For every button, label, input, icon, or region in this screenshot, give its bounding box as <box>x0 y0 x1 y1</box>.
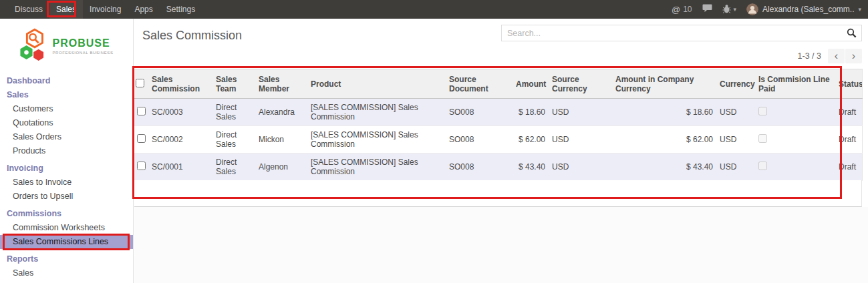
row-select-cell <box>134 99 148 126</box>
sidebar-item-reports-sales[interactable]: Sales <box>0 266 133 280</box>
sidebar-heading-invoicing[interactable]: Invoicing <box>0 162 133 176</box>
cell-sales-member: Algenon <box>255 154 307 181</box>
brand-name: PROBUSE <box>52 37 113 49</box>
pager-buttons: ‹ › <box>828 49 862 63</box>
cell-source-currency: USD <box>549 154 612 181</box>
row-select-checkbox[interactable] <box>137 107 146 115</box>
user-menu[interactable]: Alexandra (Sales_comm.. ▾ <box>746 3 861 15</box>
commission-lines-table: Sales Commission Sales Team Sales Member… <box>134 69 863 181</box>
col-currency[interactable]: Currency <box>716 69 755 99</box>
sidebar-item-quotations[interactable]: Quotations <box>0 116 133 130</box>
col-is-commission-line-paid[interactable]: Is Commision Line Paid <box>755 69 835 99</box>
main-content: Sales Commission 1-3 / 3 ‹ › <box>134 19 868 283</box>
cell-currency: USD <box>716 154 755 181</box>
col-sales-member[interactable]: Sales Member <box>255 69 307 99</box>
col-product[interactable]: Product <box>307 69 446 99</box>
select-all-checkbox[interactable] <box>136 79 144 87</box>
select-all-cell <box>134 69 148 99</box>
cell-source-currency: USD <box>549 99 612 126</box>
company-logo: PROBUSE PROFESSIONAL BUSINESS <box>0 19 133 74</box>
user-name: Alexandra (Sales_comm.. <box>762 5 854 14</box>
row-select-cell <box>134 154 148 181</box>
paid-checkbox <box>758 134 767 143</box>
content-footer-area <box>134 207 868 283</box>
sidebar-item-sales-commissions-lines[interactable]: Sales Commissions Lines <box>0 235 133 249</box>
col-sales-commission[interactable]: Sales Commission <box>148 69 212 99</box>
cell-is-paid <box>755 154 835 181</box>
messages-menu[interactable] <box>702 4 712 15</box>
cell-source-document: SO008 <box>446 126 513 154</box>
chevron-down-icon: ▾ <box>858 6 861 13</box>
cell-sales-commission: SC/0003 <box>148 99 212 126</box>
speech-bubble-icon <box>702 4 712 15</box>
sidebar-item-commission-worksheets[interactable]: Commission Worksheets <box>0 221 133 235</box>
cell-amount-company-currency: $ 62.00 <box>612 126 716 154</box>
cell-amount-company-currency: $ 43.40 <box>612 154 716 181</box>
cell-amount: $ 62.00 <box>513 126 549 154</box>
debug-menu[interactable]: ▾ <box>722 4 737 15</box>
sidebar-item-orders-to-upsell[interactable]: Orders to Upsell <box>0 190 133 204</box>
page-title: Sales Commission <box>142 29 242 43</box>
cell-sales-team: Direct Sales <box>212 154 255 181</box>
sidebar-item-sales-to-invoice[interactable]: Sales to Invoice <box>0 176 133 190</box>
pager-previous-button[interactable]: ‹ <box>828 49 845 63</box>
activities-menu[interactable]: @ 10 <box>672 5 692 15</box>
table-row[interactable]: SC/0001 Direct Sales Algenon [SALES COMM… <box>134 154 862 181</box>
col-sales-team[interactable]: Sales Team <box>212 69 255 99</box>
pager-range: 1-3 / 3 <box>798 51 821 61</box>
table-row[interactable]: SC/0002 Direct Sales Mickon [SALES COMMI… <box>134 126 862 154</box>
avatar <box>746 3 758 15</box>
brand-tagline: PROFESSIONAL BUSINESS <box>52 51 113 55</box>
row-select-cell <box>134 126 148 154</box>
cell-sales-team: Direct Sales <box>212 126 255 154</box>
col-amount[interactable]: Amount <box>513 69 549 99</box>
cell-amount-company-currency: $ 18.60 <box>612 99 716 126</box>
menu-sales[interactable]: Sales <box>49 0 83 19</box>
sheet-empty-area <box>134 180 862 207</box>
search-box <box>501 25 862 41</box>
cell-status: Draft <box>835 99 862 126</box>
col-source-document[interactable]: Source Document <box>446 69 513 99</box>
row-select-checkbox[interactable] <box>137 162 146 170</box>
paid-checkbox <box>758 162 767 170</box>
sidebar-heading-reports[interactable]: Reports <box>0 252 133 266</box>
sidebar-heading-commissions[interactable]: Commissions <box>0 207 133 221</box>
cell-is-paid <box>755 126 835 154</box>
cell-status: Draft <box>835 126 862 154</box>
sidebar-nav: Dashboard Sales Customers Quotations Sal… <box>0 74 133 280</box>
menu-settings[interactable]: Settings <box>160 0 202 19</box>
cell-amount: $ 43.40 <box>513 154 549 181</box>
cell-is-paid <box>755 99 835 126</box>
sidebar-heading-sales[interactable]: Sales <box>0 88 133 102</box>
cell-source-document: SO008 <box>446 154 513 181</box>
cell-sales-member: Mickon <box>255 126 307 154</box>
row-select-checkbox[interactable] <box>137 134 146 143</box>
search-icon[interactable] <box>841 28 861 38</box>
cell-sales-member: Alexandra <box>255 99 307 126</box>
search-input[interactable] <box>502 29 841 38</box>
bug-icon <box>722 4 731 15</box>
sidebar-item-products[interactable]: Products <box>0 144 133 158</box>
cell-source-currency: USD <box>549 126 612 154</box>
menu-invoicing[interactable]: Invoicing <box>83 0 128 19</box>
cell-product: [SALES COMMISSION] Sales Commission <box>307 154 446 181</box>
pager-next-button[interactable]: › <box>845 49 862 63</box>
cell-amount: $ 18.60 <box>513 99 549 126</box>
col-status[interactable]: Status <box>835 69 862 99</box>
sidebar-item-sales-orders[interactable]: Sales Orders <box>0 130 133 144</box>
logo-hexagons-icon <box>19 28 47 65</box>
col-amount-company-currency[interactable]: Amount in Company Currency <box>612 69 716 99</box>
cell-status: Draft <box>835 154 862 181</box>
menu-apps[interactable]: Apps <box>128 0 159 19</box>
sidebar-item-customers[interactable]: Customers <box>0 102 133 116</box>
cell-product: [SALES COMMISSION] Sales Commission <box>307 99 446 126</box>
pager: 1-3 / 3 ‹ › <box>798 49 862 63</box>
sidebar-heading-dashboard[interactable]: Dashboard <box>0 74 133 88</box>
menu-discuss[interactable]: Discuss <box>8 0 49 19</box>
col-source-currency[interactable]: Source Currency <box>549 69 612 99</box>
table-row[interactable]: SC/0003 Direct Sales Alexandra [SALES CO… <box>134 99 862 126</box>
cell-sales-commission: SC/0002 <box>148 126 212 154</box>
cell-source-document: SO008 <box>446 99 513 126</box>
activities-icon: @ <box>672 5 680 15</box>
topbar-right: @ 10 <box>672 0 868 19</box>
